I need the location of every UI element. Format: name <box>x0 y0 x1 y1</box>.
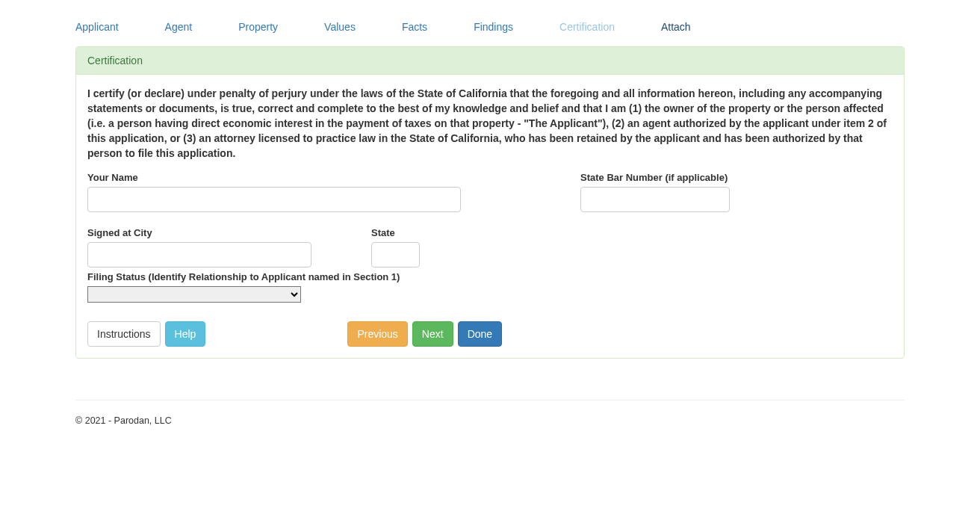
signed-city-label: Signed at City <box>87 227 311 238</box>
help-button[interactable]: Help <box>165 321 206 347</box>
tab-agent[interactable]: Agent <box>165 21 193 33</box>
footer-divider <box>75 400 905 400</box>
certification-panel: Certification I certify (or declare) und… <box>75 46 905 359</box>
tab-certification[interactable]: Certification <box>559 21 615 33</box>
your-name-label: Your Name <box>87 172 461 183</box>
nav-tabs: Applicant Agent Property Values Facts Fi… <box>75 0 905 33</box>
instructions-button[interactable]: Instructions <box>87 321 161 347</box>
tab-values[interactable]: Values <box>324 21 356 33</box>
state-label: State <box>371 227 424 238</box>
tab-facts[interactable]: Facts <box>402 21 427 33</box>
footer-text: © 2021 - Parodan, LLC <box>75 415 905 426</box>
filing-status-select[interactable] <box>87 286 301 303</box>
panel-body: I certify (or declare) under penalty of … <box>76 75 904 358</box>
state-bar-label: State Bar Number (if applicable) <box>580 172 730 183</box>
state-bar-input[interactable] <box>580 187 730 212</box>
tab-findings[interactable]: Findings <box>474 21 513 33</box>
tab-applicant[interactable]: Applicant <box>75 21 119 33</box>
panel-heading: Certification <box>76 47 904 75</box>
state-input[interactable] <box>371 242 420 267</box>
tab-property[interactable]: Property <box>238 21 278 33</box>
filing-status-label: Filing Status (Identify Relationship to … <box>87 271 893 282</box>
your-name-input[interactable] <box>87 187 461 212</box>
next-button[interactable]: Next <box>412 321 453 347</box>
tab-attach[interactable]: Attach <box>661 21 691 33</box>
certification-text: I certify (or declare) under penalty of … <box>87 86 893 161</box>
previous-button[interactable]: Previous <box>347 321 407 347</box>
done-button[interactable]: Done <box>458 321 502 347</box>
signed-city-input[interactable] <box>87 242 311 267</box>
